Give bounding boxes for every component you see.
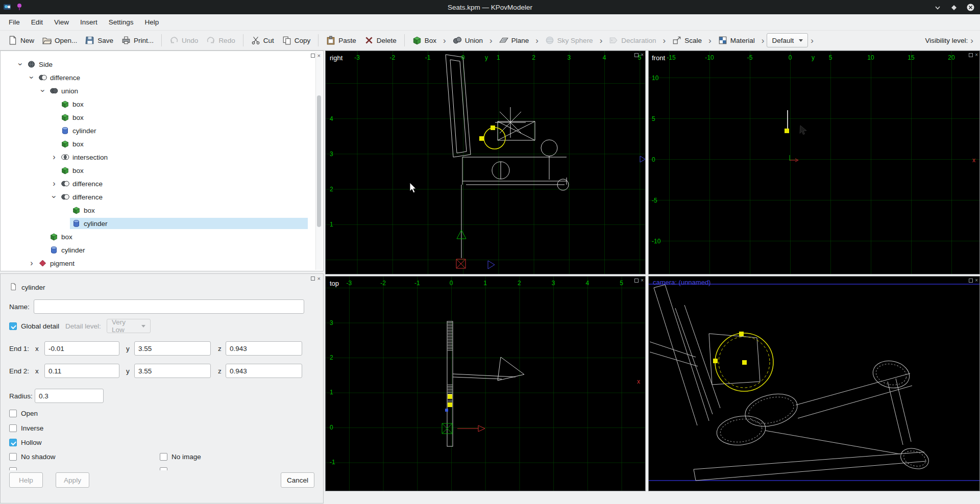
panel-close-icon[interactable]: × <box>317 53 321 59</box>
toolbar-section-chevron[interactable]: › <box>808 36 816 45</box>
tree-item-box[interactable]: box <box>1 97 315 111</box>
viewport-float-icon[interactable] <box>634 53 639 57</box>
viewport-float-icon[interactable] <box>634 279 639 283</box>
viewport-top[interactable]: x top -3 -2 -1 0 1 2 3 4 5 3 2 1 0 -1 × <box>325 276 646 491</box>
menu-view[interactable]: View <box>48 15 75 29</box>
expander-icon[interactable]: › <box>28 73 36 82</box>
toolbar-section-chevron[interactable]: › <box>487 36 495 45</box>
apply-button[interactable]: Apply <box>56 472 89 488</box>
tree-item-box[interactable]: box <box>1 164 315 177</box>
tree-item-side[interactable]: ›Side <box>1 58 315 71</box>
maximize-button[interactable] <box>950 4 958 12</box>
name-input[interactable] <box>34 299 304 314</box>
top-view-canvas[interactable]: x top -3 -2 -1 0 1 2 3 4 5 3 2 1 0 -1 <box>326 276 645 491</box>
end1-y-input[interactable] <box>134 341 211 356</box>
tree-item-cylinder[interactable]: cylinder <box>1 124 315 137</box>
toolbar-section-chevron[interactable]: › <box>597 36 605 45</box>
expander-icon[interactable]: › <box>39 86 47 95</box>
clipped-checkbox[interactable] <box>9 467 17 470</box>
scrollbar-thumb[interactable] <box>317 95 321 227</box>
hollow-checkbox[interactable] <box>9 439 17 446</box>
open-checkbox[interactable] <box>9 410 17 417</box>
tree-item-box[interactable]: box <box>1 137 315 150</box>
no-image-checkbox[interactable] <box>160 453 167 461</box>
tree-item-cylinder-selected[interactable]: cylinder <box>1 217 315 230</box>
new-button[interactable]: New <box>4 33 38 47</box>
tree-item-difference[interactable]: ›difference <box>1 71 315 84</box>
cut-button[interactable]: Cut <box>247 33 278 47</box>
tree-item-box[interactable]: box <box>1 230 315 243</box>
delete-button[interactable]: Delete <box>360 33 401 47</box>
render-mode-combobox[interactable]: Default <box>767 33 808 47</box>
toolbar-section-chevron[interactable]: › <box>660 36 669 45</box>
viewport-close-icon[interactable]: × <box>641 278 644 283</box>
end2-z-input[interactable] <box>226 364 302 378</box>
detail-level-combobox[interactable]: Very Low <box>107 319 151 333</box>
toolbar-overflow-chevron[interactable]: › <box>968 36 976 45</box>
tree-item-pigment[interactable]: ›pigment <box>1 257 315 270</box>
expander-icon[interactable]: › <box>50 180 59 188</box>
control-point[interactable] <box>445 409 448 412</box>
control-point[interactable] <box>448 402 452 407</box>
menu-edit[interactable]: Edit <box>26 15 48 29</box>
viewport-float-icon[interactable] <box>969 279 973 283</box>
minimize-button[interactable] <box>934 4 942 12</box>
undo-button[interactable]: Undo <box>165 33 202 47</box>
expander-icon[interactable]: › <box>27 259 36 267</box>
tree-item-difference[interactable]: ›difference <box>1 177 315 190</box>
global-detail-checkbox[interactable] <box>9 322 17 330</box>
menu-help[interactable]: Help <box>139 15 165 29</box>
material-button[interactable]: Material <box>714 33 759 47</box>
redo-button[interactable]: Redo <box>202 33 239 47</box>
no-shadow-checkbox[interactable] <box>9 453 17 461</box>
radius-input[interactable] <box>35 389 104 403</box>
control-point[interactable] <box>713 359 718 363</box>
end2-x-input[interactable] <box>44 364 119 378</box>
viewport-right[interactable]: right -3 -2 -1 0 y 1 2 3 4 5 4 3 2 1 × <box>325 51 646 274</box>
insert-union-button[interactable]: Union <box>449 33 487 47</box>
tree-item-box[interactable]: box <box>1 204 315 217</box>
clipped-checkbox[interactable] <box>160 467 167 470</box>
panel-float-icon[interactable] <box>311 276 315 281</box>
menu-settings[interactable]: Settings <box>103 15 139 29</box>
viewport-camera[interactable]: camera: (unnamed) × <box>648 276 980 491</box>
end1-z-input[interactable] <box>226 341 302 356</box>
tree-scrollbar[interactable] <box>315 52 322 270</box>
tree-item-difference[interactable]: ›difference <box>1 190 315 204</box>
close-button[interactable] <box>966 3 975 12</box>
insert-box-button[interactable]: Box <box>408 33 440 47</box>
control-point[interactable] <box>491 125 495 130</box>
inverse-checkbox[interactable] <box>9 424 17 432</box>
expander-icon[interactable]: › <box>50 192 58 201</box>
control-point[interactable] <box>742 360 747 365</box>
copy-button[interactable]: Copy <box>278 33 315 47</box>
panel-close-icon[interactable]: × <box>317 275 321 282</box>
tree-item-cylinder[interactable]: cylinder <box>1 243 315 257</box>
toolbar-section-chevron[interactable]: › <box>706 36 714 45</box>
front-view-canvas[interactable]: x front -15 -10 -5 0 y 5 10 15 20 10 5 0… <box>649 51 979 274</box>
control-point[interactable] <box>479 136 484 141</box>
control-point[interactable] <box>448 394 452 399</box>
pin-icon[interactable] <box>15 3 23 11</box>
tree-item-intersection[interactable]: ›intersection <box>1 150 315 164</box>
toolbar-section-chevron[interactable]: › <box>759 36 767 45</box>
insert-declaration-button[interactable]: Declaration <box>605 33 660 47</box>
insert-plane-button[interactable]: Plane <box>495 33 533 47</box>
viewport-close-icon[interactable]: × <box>641 52 644 58</box>
insert-sky-sphere-button[interactable]: Sky Sphere <box>541 33 597 47</box>
end2-y-input[interactable] <box>134 364 211 378</box>
right-view-canvas[interactable]: right -3 -2 -1 0 y 1 2 3 4 5 4 3 2 1 <box>326 51 645 274</box>
viewport-close-icon[interactable]: × <box>975 52 978 58</box>
toolbar-section-chevron[interactable]: › <box>440 36 449 45</box>
expander-icon[interactable]: › <box>16 60 24 69</box>
print-button[interactable]: Print... <box>117 33 158 47</box>
expander-icon[interactable]: › <box>50 153 59 161</box>
panel-float-icon[interactable] <box>311 54 315 58</box>
viewport-close-icon[interactable]: × <box>975 278 978 283</box>
control-point[interactable] <box>785 129 789 133</box>
toolbar-section-chevron[interactable]: › <box>533 36 541 45</box>
save-button[interactable]: Save <box>81 33 117 47</box>
viewport-front[interactable]: x front -15 -10 -5 0 y 5 10 15 20 10 5 0… <box>648 51 980 274</box>
camera-view-canvas[interactable]: camera: (unnamed) <box>649 276 979 491</box>
menu-insert[interactable]: Insert <box>75 15 103 29</box>
